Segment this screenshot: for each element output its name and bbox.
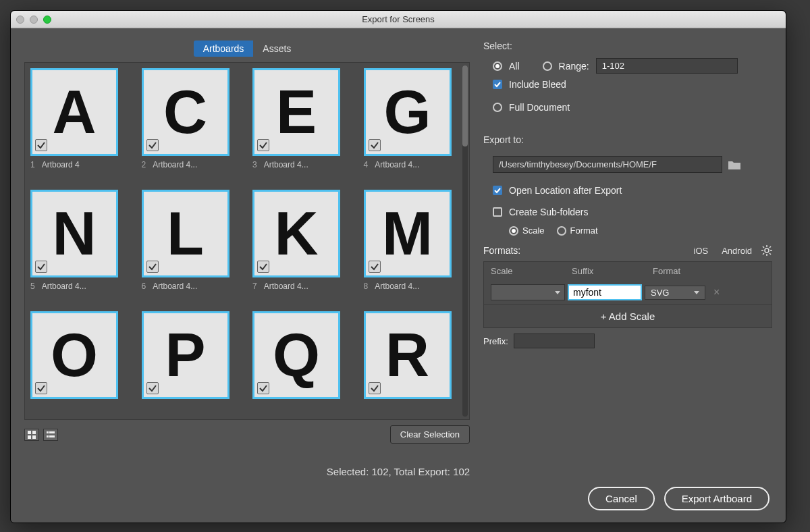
col-format: Format <box>653 266 727 276</box>
artboard-letter: G <box>383 78 431 147</box>
folder-icon[interactable] <box>728 159 741 170</box>
svg-rect-5 <box>49 431 55 433</box>
export-path-field[interactable]: /Users/timthybesey/Documents/HOME/F <box>493 156 722 173</box>
artboard-thumb[interactable]: E3Artboard 4... <box>252 68 345 169</box>
tab-artboards[interactable]: Artboards <box>194 41 254 57</box>
select-label: Select: <box>483 41 772 51</box>
artboard-thumb[interactable]: N5Artboard 4... <box>30 190 123 291</box>
formats-label: Formats: <box>483 245 520 256</box>
platform-ios-link[interactable]: iOS <box>694 246 709 256</box>
artboard-label: Artboard 4... <box>375 282 419 291</box>
artboard-thumb[interactable]: P <box>142 311 234 399</box>
artboard-label: Artboard 4... <box>264 160 308 169</box>
radio-subfolder-scale[interactable] <box>509 226 518 236</box>
artboard-thumb[interactable]: G4Artboard 4... <box>364 68 456 169</box>
radio-all[interactable] <box>493 61 502 71</box>
svg-rect-7 <box>49 435 55 437</box>
window-title: Export for Screens <box>11 14 786 24</box>
radio-range-label: Range: <box>559 61 589 72</box>
chevron-down-icon <box>694 290 699 295</box>
artboard-checkbox[interactable] <box>35 139 47 151</box>
radio-all-label: All <box>509 61 520 72</box>
cancel-button[interactable]: Cancel <box>588 487 655 510</box>
radio-range[interactable] <box>543 61 552 71</box>
artboard-number: 3 <box>252 160 257 169</box>
artboard-checkbox[interactable] <box>146 382 159 394</box>
artboard-thumb[interactable]: A1Artboard 4 <box>30 68 123 169</box>
artboard-number: 7 <box>252 282 257 291</box>
artboard-thumb[interactable]: O <box>30 311 123 399</box>
suffix-input[interactable] <box>568 284 642 300</box>
artboard-letter: L <box>167 199 204 269</box>
artboard-checkbox[interactable] <box>35 261 47 273</box>
artboard-number: 6 <box>142 282 146 291</box>
artboard-letter: R <box>385 321 429 390</box>
prefix-input[interactable] <box>514 334 595 348</box>
checkbox-create-subfolders[interactable] <box>493 207 502 217</box>
artboard-checkbox[interactable] <box>257 261 269 273</box>
grid-scrollbar[interactable] <box>461 63 469 419</box>
prefix-label: Prefix: <box>483 336 508 346</box>
svg-marker-18 <box>694 291 699 294</box>
artboard-letter: K <box>275 199 319 269</box>
create-subfolders-label: Create Sub-folders <box>509 207 589 217</box>
range-input[interactable] <box>596 58 738 74</box>
artboard-thumb[interactable]: R <box>364 311 456 399</box>
radio-subfolder-format[interactable] <box>557 226 566 236</box>
artboard-label: Artboard 4... <box>153 282 197 291</box>
artboard-checkbox[interactable] <box>369 382 381 394</box>
view-list-icon[interactable] <box>43 429 58 441</box>
artboard-thumb[interactable]: Q <box>252 311 345 399</box>
artboard-label: Artboard 4... <box>375 160 419 169</box>
svg-rect-0 <box>28 431 31 434</box>
gear-icon[interactable] <box>761 245 772 256</box>
artboard-label: Artboard 4... <box>42 282 86 291</box>
artboard-letter: M <box>382 199 433 269</box>
artboard-letter: E <box>276 78 317 147</box>
svg-line-13 <box>763 246 764 248</box>
svg-rect-3 <box>32 435 36 439</box>
artboard-checkbox[interactable] <box>257 139 269 151</box>
artboard-checkbox[interactable] <box>369 139 381 151</box>
artboard-number: 2 <box>142 160 146 169</box>
col-suffix: Suffix <box>572 266 653 276</box>
status-text: Selected: 102, Total Export: 102 <box>27 466 770 477</box>
format-dropdown-value: SVG <box>651 288 669 298</box>
artboard-thumb[interactable]: M8Artboard 4... <box>364 190 456 291</box>
format-dropdown[interactable]: SVG <box>645 286 705 300</box>
titlebar: Export for Screens <box>11 11 786 28</box>
artboard-checkbox[interactable] <box>146 139 159 151</box>
artboard-checkbox[interactable] <box>35 382 47 394</box>
view-grid-icon[interactable] <box>24 429 39 441</box>
checkbox-open-location[interactable] <box>493 186 502 195</box>
artboard-label: Artboard 4... <box>264 282 308 291</box>
subfolder-format-label: Format <box>570 225 598 236</box>
artboard-thumb[interactable]: C2Artboard 4... <box>142 68 234 169</box>
artboard-checkbox[interactable] <box>369 261 381 273</box>
svg-marker-17 <box>555 291 560 294</box>
artboard-checkbox[interactable] <box>257 382 269 394</box>
tab-assets[interactable]: Assets <box>253 41 300 57</box>
artboard-label: Artboard 4 <box>42 160 80 169</box>
artboard-letter: N <box>53 199 97 269</box>
artboard-checkbox[interactable] <box>146 261 159 273</box>
add-scale-button[interactable]: + Add Scale <box>484 304 772 327</box>
export-artboard-button[interactable]: Export Artboard <box>664 487 770 510</box>
checkbox-include-bleed[interactable] <box>493 80 502 89</box>
artboard-thumb[interactable]: K7Artboard 4... <box>252 190 345 291</box>
artboard-letter: P <box>165 321 205 390</box>
open-location-label: Open Location after Export <box>509 185 622 196</box>
format-row: SVG × <box>484 280 772 304</box>
artboard-thumb[interactable]: L6Artboard 4... <box>142 190 234 291</box>
artboard-grid-container: A1Artboard 4C2Artboard 4...E3Artboard 4.… <box>24 62 470 420</box>
svg-line-15 <box>763 253 764 255</box>
platform-android-link[interactable]: Android <box>722 246 752 256</box>
artboard-number: 8 <box>364 282 369 291</box>
remove-row-icon[interactable]: × <box>713 286 720 298</box>
artboard-letter: C <box>163 78 207 147</box>
chevron-down-icon <box>555 290 560 295</box>
svg-line-14 <box>770 253 771 255</box>
scale-dropdown[interactable] <box>491 284 565 300</box>
clear-selection-button[interactable]: Clear Selection <box>390 425 470 444</box>
radio-full-document[interactable] <box>493 103 502 112</box>
